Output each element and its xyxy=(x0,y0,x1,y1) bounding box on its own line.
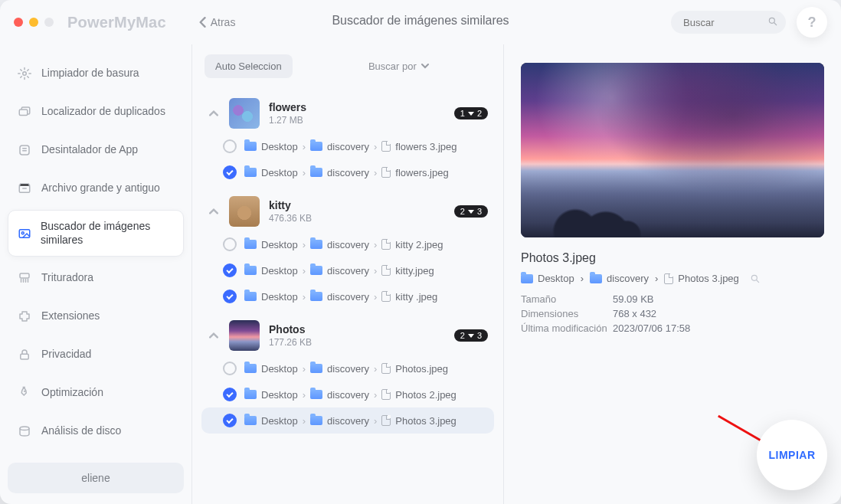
checkbox[interactable] xyxy=(223,388,237,401)
svg-line-13 xyxy=(757,280,759,282)
path-segment[interactable]: discovery xyxy=(310,415,369,427)
file-row[interactable]: Desktop›discovery›Photos 2.jpeg xyxy=(201,381,494,407)
sidebar-item-extensions[interactable]: Extensiones xyxy=(8,299,184,333)
close-icon[interactable] xyxy=(14,18,23,27)
checkbox[interactable] xyxy=(223,414,237,427)
path-segment[interactable]: Desktop xyxy=(244,291,298,303)
path-segment-file[interactable]: flowers.jpeg xyxy=(381,167,448,178)
page-title: Buscador de imágenes similares xyxy=(332,14,509,28)
checkbox[interactable] xyxy=(223,263,237,277)
search-input[interactable] xyxy=(682,16,763,29)
file-row[interactable]: Desktop›discovery›flowers.jpeg xyxy=(201,159,494,185)
auto-select-button[interactable]: Auto Seleccion xyxy=(205,54,293,78)
checkbox[interactable] xyxy=(223,362,237,375)
path-segment[interactable]: discovery xyxy=(590,273,649,284)
file-path: Desktop›discovery›kitty.jpeg xyxy=(244,265,434,277)
window-controls xyxy=(14,18,54,27)
file-row[interactable]: Desktop›discovery›flowers 3.jpeg xyxy=(201,133,494,159)
path-segment[interactable]: Desktop xyxy=(244,415,298,427)
sidebar-item-label: Archivo grande y antiguo xyxy=(41,182,160,195)
group-size: 177.26 KB xyxy=(269,337,312,348)
file-row[interactable]: Desktop›discovery›kitty 2.jpeg xyxy=(201,231,494,257)
group-count-badge: 12 xyxy=(454,107,488,119)
chevron-right-icon: › xyxy=(581,273,584,284)
sort-button[interactable]: Buscar por xyxy=(368,61,429,72)
file-row[interactable]: Desktop›discovery›kitty .jpeg xyxy=(201,283,494,309)
puzzle-icon xyxy=(17,309,32,324)
path-segment[interactable]: Desktop xyxy=(244,363,298,375)
sidebar-item-duplicates[interactable]: Localizador de duplicados xyxy=(8,95,184,129)
minimize-icon[interactable] xyxy=(29,18,38,27)
path-segment-file[interactable]: Photos 3.jpeg xyxy=(381,415,456,427)
file-row[interactable]: Desktop›discovery›Photos 3.jpeg xyxy=(201,407,494,434)
search-box[interactable] xyxy=(671,11,786,34)
path-segment-file[interactable]: kitty .jpeg xyxy=(381,291,437,303)
caret-down-icon xyxy=(468,112,474,116)
user-chip[interactable]: eliene xyxy=(8,463,184,493)
sidebar-item-shredder[interactable]: Trituradora xyxy=(8,261,184,295)
folder-icon xyxy=(310,292,322,301)
sidebar-item-label: Extensiones xyxy=(41,309,100,323)
path-segment-file[interactable]: kitty.jpeg xyxy=(381,265,434,277)
group-meta: Photos177.26 KB xyxy=(269,323,312,348)
chevron-up-icon[interactable] xyxy=(208,205,220,218)
chevron-up-icon[interactable] xyxy=(208,107,220,119)
path-segment[interactable]: Desktop xyxy=(244,389,298,401)
path-segment[interactable]: discovery xyxy=(310,239,369,250)
path-segment-file[interactable]: flowers 3.jpeg xyxy=(381,141,456,152)
path-segment[interactable]: Desktop xyxy=(521,273,574,284)
path-segment[interactable]: Desktop xyxy=(244,239,298,250)
chevron-right-icon: › xyxy=(303,389,306,401)
chevron-right-icon: › xyxy=(303,167,306,178)
sidebar-item-uninstaller[interactable]: Desintalador de App xyxy=(8,133,184,167)
preview-meta: Tamaño 59.09 KB Dimensiones 768 x 432 Úl… xyxy=(521,293,824,334)
clean-button[interactable]: LIMPIAR xyxy=(757,420,827,490)
path-segment[interactable]: Desktop xyxy=(244,265,298,277)
checkbox[interactable] xyxy=(223,139,237,153)
help-button[interactable]: ? xyxy=(797,7,827,38)
sidebar-item-disk-analysis[interactable]: Análisis de disco xyxy=(8,414,184,448)
file-row[interactable]: Desktop›discovery›Photos.jpeg xyxy=(201,355,494,381)
sidebar-item-privacy[interactable]: Privacidad xyxy=(8,338,184,371)
group-header[interactable]: flowers1.27 MB12 xyxy=(201,93,494,133)
file-row[interactable]: Desktop›discovery›kitty.jpeg xyxy=(201,257,494,283)
svg-point-10 xyxy=(24,391,25,392)
checkbox[interactable] xyxy=(223,290,237,303)
path-segment[interactable]: discovery xyxy=(310,291,369,303)
group-meta: kitty476.36 KB xyxy=(269,199,312,224)
file-icon xyxy=(381,415,391,426)
group-name: Photos xyxy=(269,323,312,335)
preview-filename: Photos 3.jpeg xyxy=(521,251,824,265)
sidebar-item-junk-cleaner[interactable]: Limpiador de basura xyxy=(8,57,184,90)
file-path: Desktop›discovery›Photos.jpeg xyxy=(244,363,448,375)
path-segment[interactable]: discovery xyxy=(310,141,369,152)
path-segment-file[interactable]: kitty 2.jpeg xyxy=(381,239,443,250)
sidebar-item-optimization[interactable]: Optimización xyxy=(8,376,184,410)
folder-icon xyxy=(590,274,602,283)
group-header[interactable]: Photos177.26 KB23 xyxy=(201,316,494,355)
lock-icon xyxy=(17,347,32,362)
path-segment[interactable]: discovery xyxy=(310,389,369,401)
path-segment-file[interactable]: Photos 2.jpeg xyxy=(381,389,456,401)
file-icon xyxy=(381,239,391,250)
sidebar-item-large-old[interactable]: Archivo grande y antiguo xyxy=(8,172,184,205)
checkbox[interactable] xyxy=(223,237,237,251)
results-list[interactable]: flowers1.27 MB12Desktop›discovery›flower… xyxy=(192,87,503,504)
path-segment[interactable]: discovery xyxy=(310,167,369,178)
back-button[interactable]: Atras xyxy=(198,16,236,28)
zoom-icon[interactable] xyxy=(44,18,54,27)
reveal-icon[interactable] xyxy=(750,273,761,284)
path-segment[interactable]: Desktop xyxy=(244,141,298,152)
sidebar-item-similar-images[interactable]: Buscador de imágenes similares xyxy=(8,210,184,257)
group-header[interactable]: kitty476.36 KB23 xyxy=(201,191,494,231)
checkbox[interactable] xyxy=(223,165,237,179)
path-segment-file[interactable]: Photos.jpeg xyxy=(381,363,448,375)
path-segment[interactable]: discovery xyxy=(310,265,369,277)
path-segment-file[interactable]: Photos 3.jpeg xyxy=(664,273,739,284)
chevron-right-icon: › xyxy=(374,167,377,178)
meta-label-size: Tamaño xyxy=(521,293,613,305)
path-segment[interactable]: discovery xyxy=(310,363,369,375)
chevron-up-icon[interactable] xyxy=(208,329,220,342)
back-label: Atras xyxy=(211,16,236,28)
path-segment[interactable]: Desktop xyxy=(244,167,298,178)
